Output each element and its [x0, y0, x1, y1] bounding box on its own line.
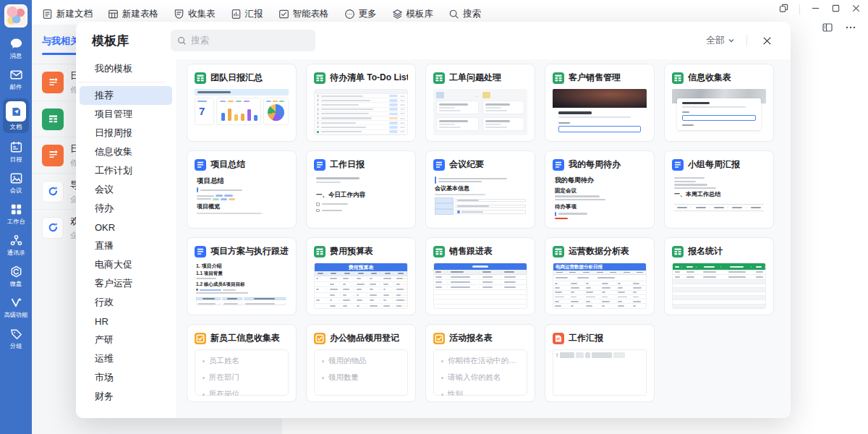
menu-item-9[interactable]: 电商大促 [80, 255, 172, 274]
toolbar-item-template-library[interactable]: 模板库 [392, 8, 434, 20]
template-card[interactable]: 工作汇报T [545, 324, 655, 402]
template-card[interactable]: 费用预算表费用预算表 [306, 237, 416, 315]
popout-icon[interactable] [779, 3, 788, 16]
text-bar [485, 103, 510, 106]
sidebar-item-docs[interactable]: 文档 [3, 98, 29, 133]
menu-item-14[interactable]: 运维 [80, 349, 172, 368]
menu-item-5[interactable]: 会议 [80, 180, 172, 199]
template-card[interactable]: 项目总结项目总结项目概览 [187, 150, 297, 229]
template-card[interactable]: 待办清单 To-Do List [306, 64, 416, 142]
template-card[interactable]: 活动报名表你期待在活动中的收获…请输入你的姓名性别你所在部门 [425, 324, 535, 402]
more-actions-icon[interactable] [845, 22, 856, 36]
template-card-header: 办公物品领用登记 [314, 332, 408, 344]
text-bar [602, 297, 608, 298]
minimize-icon[interactable] [811, 3, 820, 16]
template-card[interactable]: 销售跟进表 [425, 237, 535, 315]
toolbar-item-new-sheet[interactable]: 新建表格 [108, 8, 158, 20]
text-bar [343, 299, 350, 301]
sidebar-item-contacts[interactable]: 通讯录 [3, 233, 29, 256]
menu-item-4[interactable]: 工作计划 [80, 161, 172, 180]
sidebar-item-mail[interactable]: 邮件 [3, 67, 29, 90]
menu-item-12[interactable]: HR [80, 312, 172, 331]
menu-item-0[interactable]: 推荐 [80, 86, 172, 105]
user-avatar[interactable] [4, 4, 27, 27]
cell [395, 305, 407, 307]
menu-item-6[interactable]: 待办 [80, 199, 172, 218]
checkbox [316, 203, 320, 206]
template-card[interactable]: 我的每周待办我的每周待办固定会议待办事项 [545, 150, 655, 229]
collect-form-icon [174, 9, 184, 20]
toolbar-item-smart-sheet[interactable]: 智能表格 [278, 8, 329, 20]
toolbar-item-report[interactable]: 汇报 [231, 8, 263, 20]
text-bar [330, 278, 337, 279]
template-card[interactable]: 运营数据分析表电商运营数据分析日报 [545, 237, 655, 315]
sidebar-item-workbench[interactable]: 工作台 [3, 202, 29, 225]
template-card[interactable]: 会议纪要会议基本信息 [425, 150, 535, 229]
menu-item-8[interactable]: 直播 [80, 237, 172, 255]
bullet [196, 289, 198, 291]
bullet [441, 377, 443, 379]
text-bar [451, 276, 471, 278]
text-bar [756, 271, 763, 273]
filter-dropdown[interactable]: 全部 [706, 34, 735, 47]
sidebar-item-groups[interactable]: 分组 [3, 326, 29, 349]
menu-item-my-templates[interactable]: 我的模板 [80, 59, 172, 78]
template-card[interactable]: 工单问题处理... [425, 64, 535, 142]
toolbar-item-collect-form[interactable]: 收集表 [174, 8, 216, 20]
text-bar [389, 113, 398, 116]
maximize-icon[interactable] [831, 3, 841, 16]
template-card[interactable]: 工作日报一、今日工作内容 [306, 150, 416, 229]
sheet-title: 电商运营数据分析日报 [553, 263, 646, 271]
template-card[interactable]: 办公物品领用登记领用的物品领用数量 [306, 324, 416, 402]
sidebar-item-calendar[interactable]: 日程 [3, 140, 29, 163]
bullet [441, 360, 443, 362]
row [196, 302, 287, 307]
layout-panel-icon[interactable] [822, 22, 833, 36]
template-card[interactable]: 项目方案与执行跟进1. 项目介绍1.1 项目背景1.2 核心成员&项目目标 [187, 237, 297, 315]
text-bar [321, 95, 363, 97]
toolbar-item-new-doc[interactable]: 新建文档 [42, 8, 93, 20]
close-icon[interactable] [759, 33, 775, 48]
text-bar [597, 272, 603, 273]
tab-related-to-me[interactable]: 与我相关 [42, 35, 80, 55]
sidebar-item-messages[interactable]: 消息 [3, 36, 29, 59]
toolbar-item-more[interactable]: 更多 [344, 8, 377, 20]
template-card[interactable]: 报名统计 [664, 237, 774, 315]
sidebar-item-advanced[interactable]: 高级功能 [3, 295, 29, 318]
text-bar [383, 284, 388, 285]
sidebar-item-meetings[interactable]: 会议 [3, 171, 29, 194]
text-bar [586, 292, 593, 293]
text-bar [730, 266, 744, 268]
cell [698, 271, 720, 273]
cell [355, 299, 367, 301]
cell [355, 278, 367, 279]
sidebar-item-drive[interactable]: 微盘 [3, 264, 29, 287]
smart-sheet-icon [278, 9, 289, 20]
template-card[interactable]: 信息收集表 [664, 64, 774, 142]
menu-item-3[interactable]: 信息收集 [80, 142, 172, 161]
template-search-input[interactable] [191, 35, 309, 46]
menu-item-16[interactable]: 财务 [80, 387, 172, 406]
template-card[interactable]: 客户销售管理 [545, 64, 655, 142]
template-card[interactable]: 小组每周汇报一、本周工作总结 [664, 150, 774, 229]
menu-item-13[interactable]: 产研 [80, 331, 172, 349]
sidebar-item-label: 文档 [10, 124, 22, 129]
menu-item-15[interactable]: 市场 [80, 368, 172, 387]
template-card[interactable]: 团队日报汇总7 [187, 64, 297, 142]
close-window-icon[interactable] [851, 3, 861, 16]
text-bar [197, 187, 198, 192]
template-card[interactable]: 新员工信息收集表员工姓名所在部门所在岗位民族 [187, 324, 297, 402]
sheet-title: 费用预算表 [315, 263, 407, 271]
menu-item-1[interactable]: 项目管理 [80, 105, 172, 124]
menu-item-2[interactable]: 日报周报 [80, 124, 172, 142]
menu-item-11[interactable]: 行政 [80, 293, 172, 312]
menu-item-10[interactable]: 客户运营 [80, 274, 172, 293]
header-cell [673, 266, 682, 268]
text-bar [686, 276, 694, 278]
toolbar-item-search[interactable]: 搜索 [448, 8, 481, 20]
text-bar [555, 297, 564, 298]
menu-item-7[interactable]: OKR [80, 218, 172, 237]
text-bar [343, 294, 346, 296]
text-bar [389, 126, 398, 129]
cell [382, 305, 394, 307]
